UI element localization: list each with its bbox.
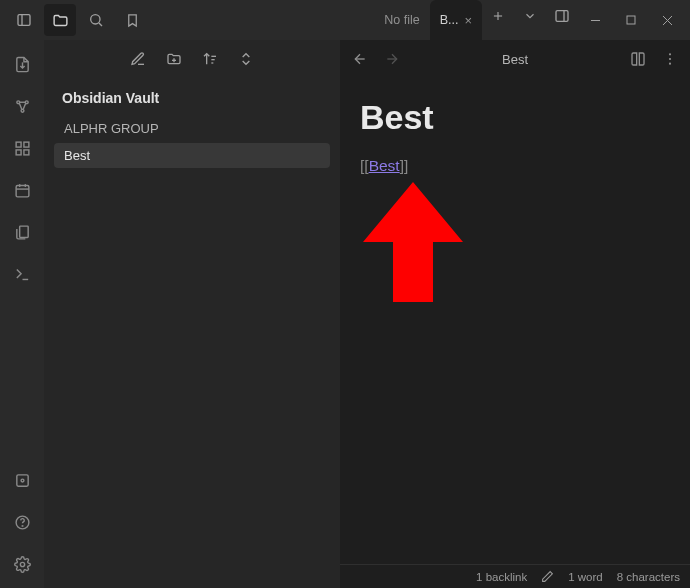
search-icon[interactable] [80, 4, 112, 36]
svg-point-33 [20, 562, 24, 566]
file-item[interactable]: ALPHR GROUP [54, 116, 330, 141]
files-icon[interactable] [44, 4, 76, 36]
backlinks-label: 1 backlink [476, 571, 527, 583]
svg-point-14 [25, 100, 28, 103]
svg-point-30 [21, 479, 24, 482]
window-controls [578, 4, 686, 36]
editor-body[interactable]: Best [[Best]] [340, 78, 690, 564]
chevron-down-icon[interactable] [514, 0, 546, 32]
sidebar-toolbar [44, 40, 340, 78]
svg-point-32 [22, 525, 23, 526]
svg-point-44 [669, 63, 671, 65]
svg-rect-0 [18, 15, 30, 26]
canvas-icon[interactable] [8, 134, 36, 162]
sort-icon[interactable] [202, 51, 218, 67]
main: Obsidian Vault ALPHR GROUP Best Best [0, 40, 690, 588]
status-characters[interactable]: 8 characters [617, 571, 680, 583]
forward-icon[interactable] [384, 51, 400, 67]
tab-label: No file [384, 13, 419, 27]
svg-line-16 [19, 103, 21, 109]
file-tree: Obsidian Vault ALPHR GROUP Best [44, 78, 340, 176]
status-backlinks[interactable]: 1 backlink [476, 571, 527, 583]
quick-switcher-icon[interactable] [8, 50, 36, 78]
sidebar: Obsidian Vault ALPHR GROUP Best [44, 40, 340, 588]
svg-rect-6 [556, 11, 568, 22]
svg-point-15 [21, 109, 24, 112]
more-icon[interactable] [662, 51, 678, 67]
maximize-icon[interactable] [614, 4, 648, 36]
status-words[interactable]: 1 word [568, 571, 603, 583]
titlebar-left [4, 4, 148, 36]
tab-inactive[interactable]: No file [374, 0, 429, 40]
settings-icon[interactable] [8, 550, 36, 578]
svg-point-43 [669, 58, 671, 60]
link-text[interactable]: Best [369, 157, 400, 174]
svg-rect-21 [16, 149, 21, 154]
svg-rect-23 [16, 185, 29, 196]
svg-line-17 [23, 103, 25, 109]
statusbar: 1 backlink 1 word 8 characters [340, 564, 690, 588]
svg-rect-29 [16, 474, 27, 485]
svg-point-13 [16, 100, 19, 103]
svg-rect-19 [16, 142, 21, 147]
command-palette-icon[interactable] [8, 260, 36, 288]
close-window-icon[interactable] [650, 4, 684, 36]
note-heading: Best [360, 98, 670, 137]
vault-icon[interactable] [8, 466, 36, 494]
back-icon[interactable] [352, 51, 368, 67]
tab-label: B... [440, 13, 459, 27]
right-sidebar-toggle-icon[interactable] [546, 0, 578, 32]
templates-icon[interactable] [8, 218, 36, 246]
bracket-close: ]] [400, 157, 409, 174]
sidebar-toggle-icon[interactable] [8, 4, 40, 36]
vault-name: Obsidian Vault [54, 84, 330, 116]
editor: Best Best [[Best]] 1 b [340, 40, 690, 588]
daily-note-icon[interactable] [8, 176, 36, 204]
collapse-icon[interactable] [238, 51, 254, 67]
word-count-label: 1 word [568, 571, 603, 583]
svg-rect-20 [23, 142, 28, 147]
svg-marker-45 [363, 182, 463, 302]
bracket-open: [[ [360, 157, 369, 174]
tab-active[interactable]: B... × [430, 0, 482, 40]
titlebar: No file B... × [0, 0, 690, 40]
new-note-icon[interactable] [130, 51, 146, 67]
svg-point-42 [669, 53, 671, 55]
ribbon [0, 40, 44, 588]
svg-rect-9 [627, 16, 635, 24]
editor-header: Best [340, 40, 690, 78]
file-item-selected[interactable]: Best [54, 143, 330, 168]
new-tab-icon[interactable] [482, 0, 514, 32]
svg-point-2 [91, 15, 100, 24]
svg-rect-22 [23, 149, 28, 154]
annotation-arrow-icon [358, 182, 468, 322]
graph-icon[interactable] [8, 92, 36, 120]
bookmark-icon[interactable] [116, 4, 148, 36]
svg-line-3 [99, 23, 102, 26]
internal-link: [[Best]] [360, 157, 670, 175]
tab-group: No file B... × [374, 0, 578, 40]
char-count-label: 8 characters [617, 571, 680, 583]
nav-arrows [352, 51, 400, 67]
new-folder-icon[interactable] [166, 51, 182, 67]
minimize-icon[interactable] [578, 4, 612, 36]
reading-mode-icon[interactable] [630, 51, 646, 67]
editor-actions [630, 51, 678, 67]
page-title: Best [400, 52, 630, 67]
help-icon[interactable] [8, 508, 36, 536]
svg-rect-27 [19, 226, 28, 237]
edit-mode-icon[interactable] [541, 570, 554, 583]
close-icon[interactable]: × [464, 14, 472, 27]
